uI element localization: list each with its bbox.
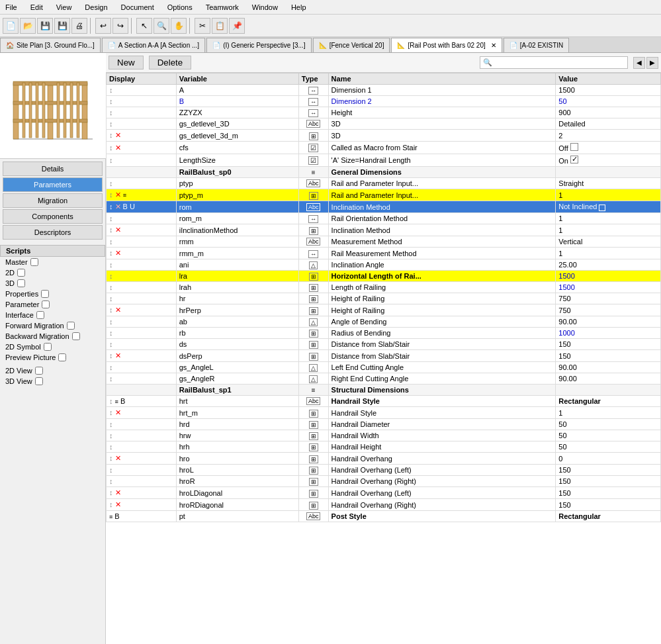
table-row[interactable]: ↕ gs_detlevel_3D Abc 3D Detailed bbox=[107, 118, 661, 130]
table-row[interactable]: ↕ hrw ⊞ Handrail Width 50 bbox=[107, 430, 661, 441]
script-forward-migration-checkbox[interactable] bbox=[67, 322, 75, 330]
table-row[interactable]: ↕ ds ⊞ Distance from Slab/Stair 150 bbox=[107, 339, 661, 350]
delete-button[interactable]: Delete bbox=[149, 56, 192, 69]
toolbar-zoom[interactable]: 🔍 bbox=[154, 18, 169, 34]
display-cell: ↕ ✕ bbox=[107, 304, 177, 316]
menu-options[interactable]: Options bbox=[165, 3, 195, 12]
table-row[interactable]: ↕ hroL ⊞ Handrail Overhang (Left) 150 bbox=[107, 465, 661, 476]
menu-edit[interactable]: Edit bbox=[28, 3, 46, 12]
tab-rail-post[interactable]: 📐 [Rail Post with Bars 02 20] ✕ bbox=[391, 38, 502, 52]
table-row[interactable]: ↕ gs_AngleR △ Right End Cutting Angle 90… bbox=[107, 373, 661, 385]
table-row[interactable]: ↕ ✕ B U rom Abc Inclination Method Not I… bbox=[107, 201, 661, 213]
table-row[interactable]: ↕ ani △ Inclination Angle 25.00 bbox=[107, 259, 661, 271]
table-row[interactable]: ↕ hrd ⊞ Handrail Diameter 50 bbox=[107, 419, 661, 430]
toolbar-cut[interactable]: ✂ bbox=[195, 18, 210, 34]
toolbar-pan[interactable]: ✋ bbox=[171, 18, 187, 34]
table-row[interactable]: ↕ LengthSize ☑ 'A' Size=Handrail Length … bbox=[107, 154, 661, 167]
script-backward-migration-checkbox[interactable] bbox=[72, 332, 80, 340]
table-row[interactable]: ↕ hroR ⊞ Handrail Overhang (Right) 150 bbox=[107, 476, 661, 487]
name-cell: Distance from Slab/Stair bbox=[328, 350, 556, 362]
table-row[interactable]: ↕ hrh ⊞ Handrail Height 50 bbox=[107, 441, 661, 453]
table-row[interactable]: ↕ ZZYZX ↔ Height 900 bbox=[107, 107, 661, 118]
type-cell: ⊞ bbox=[298, 304, 328, 316]
tab-a02[interactable]: 📄 [A-02 EXISTIN bbox=[504, 38, 570, 52]
table-row[interactable]: ↕ gs_AngleL △ Left End Cutting Angle 90.… bbox=[107, 362, 661, 373]
view-2d: 2D View bbox=[0, 365, 105, 376]
table-row[interactable]: ↕ ✕ gs_detlevel_3d_m ⊞ 3D 2 bbox=[107, 130, 661, 142]
table-row[interactable]: ↕ hr ⊞ Height of Railing 750 bbox=[107, 293, 661, 304]
table-row[interactable]: ↕ ≡ B hrt Abc Handrail Style Rectangular bbox=[107, 396, 661, 407]
table-row[interactable]: ↕ ✕ hroRDiagonal ⊞ Handrail Overhang (Ri… bbox=[107, 499, 661, 511]
toolbar-paste[interactable]: 📌 bbox=[229, 18, 245, 34]
tab-fence[interactable]: 📐 [Fence Vertical 20] bbox=[313, 38, 390, 52]
menu-window[interactable]: Window bbox=[249, 3, 281, 12]
table-row[interactable]: ↕ ✕ hro ⊞ Handrail Overhang 0 bbox=[107, 453, 661, 465]
tab-site-plan[interactable]: 🏠 Site Plan [3. Ground Flo...] bbox=[0, 38, 101, 52]
toolbar-save[interactable]: 💾 bbox=[37, 18, 53, 34]
nav-parameters[interactable]: Parameters bbox=[3, 177, 103, 192]
menu-document[interactable]: Document bbox=[118, 3, 157, 12]
prev-arrow[interactable]: ◀ bbox=[633, 57, 645, 69]
table-row[interactable]: ↕ ✕ dsPerp ⊞ Distance from Slab/Stair 15… bbox=[107, 350, 661, 362]
tab-close[interactable]: ✕ bbox=[491, 42, 496, 49]
nav-details[interactable]: Details bbox=[3, 161, 103, 176]
menu-file[interactable]: File bbox=[3, 3, 20, 12]
value-cell: Vertical bbox=[556, 236, 661, 248]
toolbar-copy[interactable]: 📋 bbox=[212, 18, 228, 34]
new-button[interactable]: New bbox=[109, 56, 144, 69]
toolbar-undo[interactable]: ↩ bbox=[95, 18, 111, 34]
table-row[interactable]: ↕ rmm Abc Measurement Method Vertical bbox=[107, 236, 661, 248]
table-row[interactable]: ↕ ptyp Abc Rail and Parameter Input... S… bbox=[107, 178, 661, 189]
script-master-checkbox[interactable] bbox=[30, 258, 38, 266]
table-row[interactable]: ↕ rom_m ↔ Rail Orientation Method 1 bbox=[107, 213, 661, 224]
table-row[interactable]: ↕ lrah ⊞ Length of Railing 1500 bbox=[107, 282, 661, 293]
script-properties-checkbox[interactable] bbox=[41, 290, 49, 298]
script-2d-symbol-checkbox[interactable] bbox=[44, 343, 52, 351]
view-2d-checkbox[interactable] bbox=[35, 367, 43, 375]
table-row[interactable]: ↕ rb ⊞ Radius of Bending 1000 bbox=[107, 328, 661, 339]
variable-cell: hrh bbox=[176, 441, 298, 453]
tabs-bar: 🏠 Site Plan [3. Ground Flo...] 📄 A Secti… bbox=[0, 37, 661, 53]
next-arrow[interactable]: ▶ bbox=[646, 57, 658, 69]
script-parameter-checkbox[interactable] bbox=[42, 300, 50, 308]
script-preview-picture-checkbox[interactable] bbox=[58, 353, 66, 361]
table-row[interactable]: ↕ ✕ iInclinationMethod ⊞ Inclination Met… bbox=[107, 224, 661, 236]
table-row[interactable]: ↕ ab △ Angle of Bending 90.00 bbox=[107, 316, 661, 328]
menu-teamwork[interactable]: Teamwork bbox=[203, 3, 242, 12]
table-row[interactable]: ≡ B pt Abc Post Style Rectangular bbox=[107, 511, 661, 522]
nav-components[interactable]: Components bbox=[3, 209, 103, 224]
table-row[interactable]: ↕ lra ⊞ Horizontal Length of Rai... 1500 bbox=[107, 271, 661, 282]
table-row[interactable]: ↕ ✕ hrt_m ⊞ Handrail Style 1 bbox=[107, 407, 661, 419]
table-row[interactable]: ↕ ✕ hroLDiagonal ⊞ Handrail Overhang (Le… bbox=[107, 487, 661, 499]
script-2d-checkbox[interactable] bbox=[17, 269, 25, 277]
script-2d-label: 2D bbox=[5, 269, 15, 277]
toolbar-select[interactable]: ↖ bbox=[136, 18, 152, 34]
tab-perspective[interactable]: 📄 (I) Generic Perspective [3...] bbox=[206, 38, 312, 52]
script-3d-checkbox[interactable] bbox=[17, 279, 25, 287]
toolbar-redo[interactable]: ↪ bbox=[112, 18, 128, 34]
table-row[interactable]: ↕ ✕ cfs ☑ Called as Macro from Stair Off bbox=[107, 142, 661, 154]
toolbar-save2[interactable]: 💾 bbox=[54, 18, 70, 34]
toolbar-open[interactable]: 📂 bbox=[20, 18, 36, 34]
col-value: Value bbox=[556, 73, 661, 85]
table-row[interactable]: ↕ B ↔ Dimension 2 50 bbox=[107, 96, 661, 107]
search-input[interactable] bbox=[495, 59, 627, 67]
table-row[interactable]: ↕ ✕ ≡ ptyp_m ⊞ Rail and Parameter Input.… bbox=[107, 189, 661, 201]
nav-migration[interactable]: Migration bbox=[3, 193, 103, 208]
view-3d-checkbox[interactable] bbox=[35, 377, 43, 385]
menu-help[interactable]: Help bbox=[288, 3, 309, 12]
toolbar-print[interactable]: 🖨 bbox=[71, 18, 87, 34]
menu-design[interactable]: Design bbox=[82, 3, 110, 12]
table-row[interactable]: ↕ ✕ hrPerp ⊞ Height of Railing 750 bbox=[107, 304, 661, 316]
menubar: File Edit View Design Document Options T… bbox=[0, 0, 661, 15]
toolbar-new[interactable]: 📄 bbox=[3, 18, 19, 34]
type-cell: ⊞ bbox=[298, 441, 328, 453]
script-interface-checkbox[interactable] bbox=[36, 311, 44, 319]
menu-view[interactable]: View bbox=[54, 3, 75, 12]
nav-descriptors[interactable]: Descriptors bbox=[3, 225, 103, 240]
variable-cell: rmm_m bbox=[176, 248, 298, 259]
table-row[interactable]: ↕ ✕ rmm_m ↔ Rail Measurement Method 1 bbox=[107, 248, 661, 259]
tab-section[interactable]: 📄 A Section A-A [A Section ...] bbox=[102, 38, 205, 52]
table-row[interactable]: ↕ A ↔ Dimension 1 1500 bbox=[107, 85, 661, 96]
param-table: Display Variable Type Name Value ↕ A ↔ D… bbox=[106, 73, 661, 644]
